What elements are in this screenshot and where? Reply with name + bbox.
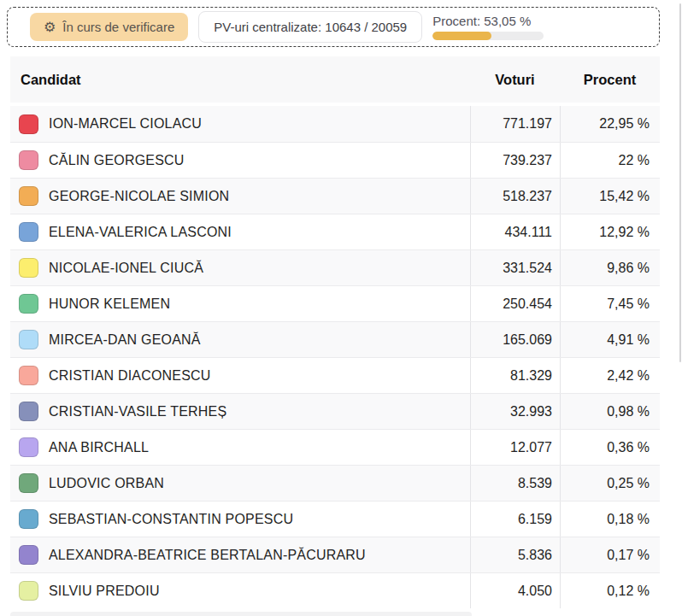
candidate-name: ALEXANDRA-BEATRICE BERTALAN-PĂCURARU	[49, 548, 366, 563]
candidate-name: SEBASTIAN-CONSTANTIN POPESCU	[49, 512, 293, 527]
percent-cell: 0,36 %	[560, 430, 660, 465]
candidate-name: CRISTIAN-VASILE TERHEȘ	[49, 404, 226, 419]
candidate-color-swatch	[19, 366, 38, 385]
scrollbar-thumb[interactable]	[679, 3, 681, 362]
candidate-name: HUNOR KELEMEN	[49, 296, 170, 312]
candidate-cell: ANA BIRCHALL	[10, 430, 470, 465]
table-row: CĂLIN GEORGESCU 739.237 22 %	[10, 142, 660, 178]
percent-cell: 22 %	[560, 143, 660, 178]
candidate-cell: HUNOR KELEMEN	[10, 286, 470, 321]
candidate-color-swatch	[19, 186, 38, 206]
table-row: ION-MARCEL CIOLACU 771.197 22,95 %	[10, 106, 660, 142]
candidate-cell: CRISTIAN DIACONESCU	[10, 358, 470, 393]
percent-value: 0,18 %	[607, 512, 650, 527]
percent-progress: Procent: 53,05 %	[432, 14, 544, 40]
candidate-color-swatch	[19, 294, 38, 314]
votes-cell: 8.539	[470, 466, 560, 501]
table-header: Candidat Voturi Procent	[10, 56, 660, 103]
next-section-edge	[10, 612, 472, 616]
votes-cell: 250.454	[470, 286, 560, 321]
votes-value: 331.524	[503, 261, 552, 276]
gear-icon: ⚙	[44, 21, 56, 34]
percent-cell: 9,86 %	[560, 250, 660, 285]
candidate-cell: NICOLAE-IONEL CIUCĂ	[10, 250, 470, 285]
percent-value: 0,17 %	[607, 548, 650, 563]
percent-value: 22 %	[619, 153, 650, 168]
percent-cell: 0,98 %	[560, 394, 660, 429]
votes-value: 12.077	[510, 440, 552, 455]
votes-value: 5.836	[518, 548, 552, 563]
pv-counter: PV-uri centralizate: 10643 / 20059	[198, 11, 422, 43]
candidate-cell: CĂLIN GEORGESCU	[10, 143, 470, 178]
votes-value: 32.993	[510, 404, 552, 419]
percent-cell: 0,25 %	[560, 466, 660, 501]
candidate-name: SILVIU PREDOIU	[49, 584, 160, 599]
progress-bar-track	[432, 32, 544, 40]
candidate-name: GEORGE-NICOLAE SIMION	[49, 189, 229, 204]
candidate-name: LUDOVIC ORBAN	[49, 476, 164, 491]
candidate-cell: MIRCEA-DAN GEOANĂ	[10, 322, 470, 357]
candidate-cell: LUDOVIC ORBAN	[10, 466, 470, 501]
candidate-color-swatch	[19, 330, 38, 349]
candidate-cell: ELENA-VALERICA LASCONI	[10, 214, 470, 249]
votes-cell: 434.111	[470, 214, 560, 249]
table-row: CRISTIAN DIACONESCU 81.329 2,42 %	[10, 357, 660, 393]
votes-cell: 331.524	[470, 250, 560, 285]
percent-cell: 15,42 %	[560, 179, 660, 214]
candidate-color-swatch	[19, 581, 38, 601]
percent-cell: 0,17 %	[560, 537, 660, 572]
table-row: ELENA-VALERICA LASCONI 434.111 12,92 %	[10, 214, 660, 249]
verification-status-label: În curs de verificare	[62, 20, 174, 34]
results-table: Candidat Voturi Procent ION-MARCEL CIOLA…	[10, 56, 660, 608]
candidate-name: CĂLIN GEORGESCU	[49, 153, 185, 168]
candidate-color-swatch	[19, 258, 38, 278]
percent-value: 0,36 %	[607, 440, 650, 455]
candidate-cell: SILVIU PREDOIU	[10, 573, 470, 608]
votes-cell: 4.050	[470, 573, 560, 608]
percent-value: 9,86 %	[607, 261, 650, 276]
candidate-cell: ION-MARCEL CIOLACU	[10, 106, 470, 142]
pv-counter-label: PV-uri centralizate: 10643 / 20059	[214, 20, 407, 34]
candidate-name: CRISTIAN DIACONESCU	[49, 368, 211, 384]
candidate-cell: CRISTIAN-VASILE TERHEȘ	[10, 394, 470, 429]
percent-cell: 7,45 %	[560, 286, 660, 321]
header-candidat: Candidat	[10, 72, 470, 88]
candidate-name: ION-MARCEL CIOLACU	[49, 116, 202, 132]
votes-cell: 5.836	[470, 537, 560, 572]
candidate-color-swatch	[19, 114, 38, 134]
percent-value: 0,25 %	[607, 476, 650, 491]
votes-value: 6.159	[518, 512, 552, 527]
candidate-name: ANA BIRCHALL	[49, 440, 149, 455]
votes-cell: 739.237	[470, 143, 560, 178]
header-procent: Procent	[560, 72, 660, 88]
percent-cell: 2,42 %	[560, 358, 660, 393]
votes-cell: 518.237	[470, 179, 560, 214]
percent-value: 15,42 %	[599, 189, 650, 204]
candidate-cell: SEBASTIAN-CONSTANTIN POPESCU	[10, 502, 470, 537]
votes-cell: 6.159	[470, 502, 560, 537]
table-row: SILVIU PREDOIU 4.050 0,12 %	[10, 572, 660, 608]
votes-value: 518.237	[503, 189, 552, 204]
percent-value: 0,12 %	[607, 584, 650, 599]
percent-value: 12,92 %	[599, 225, 650, 240]
percent-label: Procent: 53,05 %	[432, 14, 544, 28]
table-row: ANA BIRCHALL 12.077 0,36 %	[10, 429, 660, 465]
percent-cell: 0,18 %	[560, 502, 660, 537]
votes-value: 4.050	[518, 584, 552, 599]
votes-value: 8.539	[518, 476, 552, 491]
percent-cell: 12,92 %	[560, 214, 660, 249]
verification-status-badge[interactable]: ⚙ În curs de verificare	[30, 13, 188, 41]
votes-value: 81.329	[510, 368, 552, 384]
candidate-color-swatch	[19, 437, 38, 457]
candidate-cell: GEORGE-NICOLAE SIMION	[10, 179, 470, 214]
percent-value: 2,42 %	[607, 368, 650, 384]
votes-value: 165.069	[503, 332, 552, 348]
votes-cell: 771.197	[470, 106, 560, 142]
candidate-name: NICOLAE-IONEL CIUCĂ	[49, 261, 203, 276]
percent-value: 7,45 %	[607, 296, 650, 312]
votes-value: 739.237	[503, 153, 552, 168]
candidate-color-swatch	[19, 150, 38, 170]
table-row: CRISTIAN-VASILE TERHEȘ 32.993 0,98 %	[10, 393, 660, 429]
candidate-color-swatch	[19, 509, 38, 529]
percent-cell: 4,91 %	[560, 322, 660, 357]
